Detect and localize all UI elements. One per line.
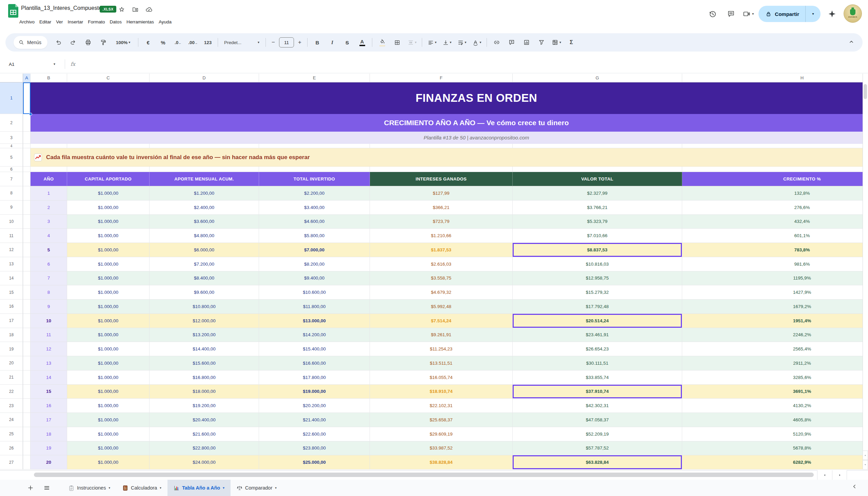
cell-colA[interactable] [23,413,31,427]
cell-colA[interactable] [23,441,31,455]
menu-datos[interactable]: Datos [108,18,124,26]
cell-empty[interactable] [67,167,149,172]
borders-button[interactable] [390,36,404,49]
insert-comment-button[interactable] [504,36,519,49]
cell-valor-total[interactable]: $5.323,79 [513,215,682,229]
add-sheet-icon[interactable] [24,481,37,495]
cell-aporte[interactable]: $1.200,00 [149,186,259,201]
cell-crecimiento[interactable]: 1427,9% [682,285,863,299]
row-header-9[interactable]: 9 [0,201,23,215]
cell-aporte[interactable]: $2.400,00 [149,201,259,215]
cell-year[interactable]: 14 [31,371,67,385]
cell-intereses[interactable]: $366,21 [370,201,513,215]
meet-button[interactable]: ▾ [742,10,754,18]
menu-ver[interactable]: Ver [53,18,65,26]
cell-year[interactable]: 5 [31,243,67,257]
cell-crecimiento[interactable]: 1195,9% [682,272,863,286]
italic-button[interactable]: I [325,36,339,49]
font-select[interactable]: Predet...▾ [221,36,263,49]
cell-aporte[interactable]: $12.000,00 [149,314,259,328]
cell-empty[interactable] [370,144,513,148]
format-percent-button[interactable]: % [156,36,170,49]
cell-year[interactable]: 6 [31,257,67,272]
cell-invertido[interactable]: $10.600,00 [259,285,370,299]
cell-aporte[interactable]: $22.800,00 [149,441,259,455]
table-header-3[interactable]: TOTAL INVERTIDO [259,172,370,186]
cell-colA[interactable] [23,455,31,469]
sheet-tab-calculadora[interactable]: Calculadora▾ [116,480,167,496]
functions-button[interactable]: Σ [564,36,578,49]
menu-formato[interactable]: Formato [85,18,107,26]
more-formats-button[interactable]: 123 [201,36,215,49]
cell-aporte[interactable]: $19.200,00 [149,399,259,413]
cell-colA[interactable] [23,148,31,167]
increase-decimal-button[interactable]: .00→ [186,36,200,49]
cell-intereses[interactable]: $2.616,03 [370,257,513,272]
cell-valor-total[interactable]: $17.792,48 [513,299,682,314]
cell-invertido[interactable]: $11.800,00 [259,299,370,314]
name-box[interactable]: A1 [0,62,53,67]
vertical-scrollbar[interactable] [863,74,868,469]
share-button[interactable]: Compartir ▾ [758,6,821,22]
bold-button[interactable]: B [310,36,324,49]
cell-aporte[interactable]: $10.800,00 [149,299,259,314]
merge-cells-button[interactable]: ▾ [405,36,419,49]
row-header-4[interactable]: 4 [0,144,23,148]
print-button[interactable] [81,36,95,49]
cell-aporte[interactable]: $9.600,00 [149,285,259,299]
cell-colA[interactable] [23,399,31,413]
cell-crecimiento[interactable]: 432,4% [682,215,863,229]
cell-capital[interactable]: $1.000,00 [67,371,149,385]
cell-capital[interactable]: $1.000,00 [67,441,149,455]
cell-capital[interactable]: $1.000,00 [67,314,149,328]
cell-valor-total[interactable]: $8.837,53 [513,243,682,257]
document-title[interactable]: Plantilla_13_Interes_Compuesto [21,5,102,11]
cell-capital[interactable]: $1.000,00 [67,455,149,469]
cell-intereses[interactable]: $4.679,32 [370,285,513,299]
row-header-14[interactable]: 14 [0,272,23,286]
cell-colA[interactable] [23,356,31,371]
cell-year[interactable]: 1 [31,186,67,201]
table-views-button[interactable]: ▾ [549,36,564,49]
table-header-0[interactable]: AÑO [31,172,67,186]
cell-capital[interactable]: $1.000,00 [67,229,149,243]
row-header-8[interactable]: 8 [0,186,23,201]
cell-invertido[interactable]: $5.800,00 [259,229,370,243]
scroll-left-button[interactable] [817,470,832,480]
cell-intereses[interactable]: $127,99 [370,186,513,201]
cell-colA[interactable] [23,385,31,399]
cell-capital[interactable]: $1.000,00 [67,328,149,342]
cell-year[interactable]: 16 [31,399,67,413]
cell-crecimiento[interactable]: 5678,8% [682,441,863,455]
cell-aporte[interactable]: $8.400,00 [149,272,259,286]
cell-year[interactable]: 10 [31,314,67,328]
cell-intereses[interactable]: $5.992,48 [370,299,513,314]
text-color-button[interactable]: A [355,36,369,49]
cell-year[interactable]: 17 [31,413,67,427]
column-header-B[interactable]: B [31,74,67,82]
cell-aporte[interactable]: $24.000,00 [149,455,259,469]
banner-subtitle-cell[interactable]: CRECIMIENTO AÑO A AÑO — Ve cómo crece tu… [31,114,863,131]
cell-empty[interactable] [682,144,863,148]
cell-intereses[interactable]: $22.102,31 [370,399,513,413]
cell-crecimiento[interactable]: 2246,2% [682,328,863,342]
cell-invertido[interactable]: $23.800,00 [259,441,370,455]
cell-valor-total[interactable]: $37.910,74 [513,385,682,399]
row-header-20[interactable]: 20 [0,356,23,371]
banner-title-cell[interactable]: FINANZAS EN ORDEN [31,82,863,114]
table-header-6[interactable]: CRECIMIENTO % [682,172,863,186]
cell-crecimiento[interactable]: 5120,9% [682,427,863,441]
comments-icon[interactable] [724,7,738,21]
cell-aporte[interactable]: $4.800,00 [149,229,259,243]
sheets-logo-icon[interactable] [8,4,18,18]
column-header-G[interactable]: G [513,74,682,82]
menu-herramientas[interactable]: Herramientas [124,18,156,26]
row-header-18[interactable]: 18 [0,328,23,342]
row-header-25[interactable]: 25 [0,427,23,441]
cell-valor-total[interactable]: $47.058,37 [513,413,682,427]
cell-valor-total[interactable]: $42.302,31 [513,399,682,413]
cell-capital[interactable]: $1.000,00 [67,385,149,399]
cell-colA[interactable] [23,243,31,257]
cell-year[interactable]: 7 [31,272,67,286]
cell-colA[interactable] [23,201,31,215]
